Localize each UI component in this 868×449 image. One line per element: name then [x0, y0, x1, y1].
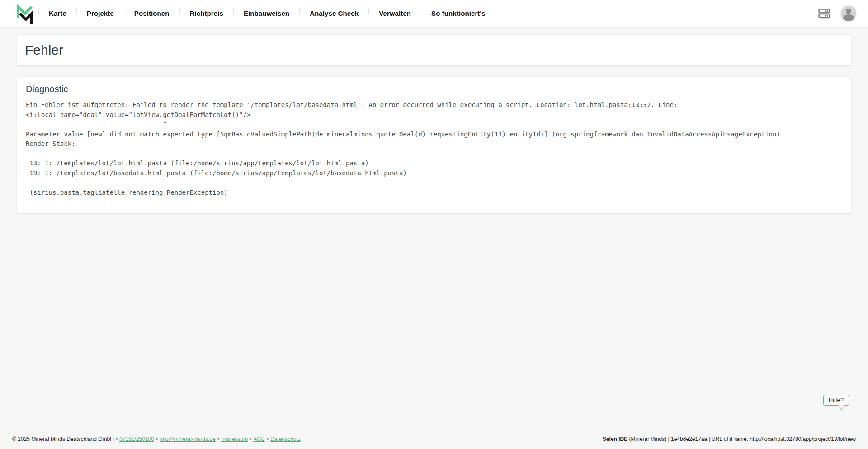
footer-link-datenschutz[interactable]: Datenschutz — [270, 436, 301, 442]
user-avatar[interactable] — [841, 6, 856, 21]
footer-link-phone[interactable]: 07151/250100 — [119, 436, 154, 442]
nav-separator — [179, 8, 180, 14]
footer-link-email[interactable]: info@mineral-minds.de — [160, 436, 216, 442]
diagnostic-heading: Diagnostic — [26, 84, 844, 94]
nav-separator — [76, 8, 77, 14]
nav-item-analyse-check[interactable]: Analyse Check — [300, 9, 368, 17]
footer-link-agb[interactable]: AGB — [253, 436, 264, 442]
nav-item-verwalten[interactable]: Verwalten — [369, 9, 421, 17]
main-content: Fehler Diagnostic Ein Fehler ist aufgetr… — [0, 27, 868, 434]
footer-link-impressum[interactable]: Impressum — [221, 436, 248, 442]
page-title: Fehler — [25, 42, 63, 58]
nav-item-einbauweisen[interactable]: Einbauweisen — [234, 9, 299, 17]
footer-dot: • — [154, 436, 160, 442]
help-button[interactable]: Hilfe? — [823, 395, 849, 406]
nav-separator — [233, 8, 234, 14]
nav-separator — [124, 8, 124, 14]
avatar-torso-icon — [843, 14, 854, 21]
main-nav: Karte Projekte Positionen Richtpreis Ein… — [38, 0, 495, 27]
footer-dot: • — [216, 436, 221, 442]
footer-debug-info: Selen IDE (Mineral Minds) | 1e4b6e2e17aa… — [603, 436, 856, 442]
avatar-head-icon — [846, 9, 851, 14]
nav-item-projekte[interactable]: Projekte — [77, 9, 124, 17]
ide-name: Selen IDE — [603, 436, 627, 442]
top-bar: Karte Projekte Positionen Richtpreis Ein… — [0, 0, 868, 27]
server-icon[interactable] — [818, 9, 830, 19]
diagnostic-card: Diagnostic Ein Fehler ist aufgetreten: F… — [17, 77, 851, 213]
mineral-minds-logo[interactable] — [16, 4, 34, 24]
footer-dot: • — [248, 436, 253, 442]
topbar-actions — [818, 6, 856, 21]
nav-item-so-funktionierts[interactable]: So funktioniert's — [421, 9, 495, 17]
footer-dot: • — [114, 436, 119, 442]
footer-company-info: © 2025 Mineral Minds Deutschland GmbH•07… — [12, 436, 301, 442]
nav-separator — [38, 8, 39, 14]
diagnostic-stacktrace: Ein Fehler ist aufgetreten: Failed to re… — [26, 100, 844, 197]
nav-item-positionen[interactable]: Positionen — [124, 9, 179, 17]
iframe-url-text: (Mineral Minds) | 1e4b6e2e17aa | URL of … — [627, 436, 856, 442]
copyright-text: © 2025 Mineral Minds Deutschland GmbH — [12, 436, 114, 442]
nav-separator — [421, 8, 421, 14]
footer: © 2025 Mineral Minds Deutschland GmbH•07… — [0, 434, 868, 449]
nav-item-karte[interactable]: Karte — [39, 9, 76, 17]
footer-dot: • — [265, 436, 270, 442]
nav-separator — [299, 8, 300, 14]
nav-item-richtpreis[interactable]: Richtpreis — [180, 9, 233, 17]
error-title-card: Fehler — [17, 35, 851, 65]
nav-separator — [368, 8, 369, 14]
